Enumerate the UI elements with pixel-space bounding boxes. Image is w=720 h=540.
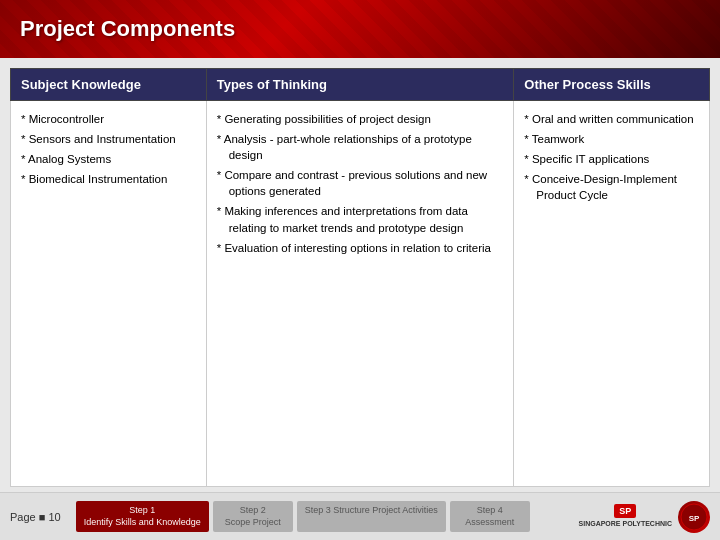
list-item: Microcontroller [21, 111, 196, 127]
page-title: Project Components [20, 16, 235, 42]
thinking-list: Generating possibilities of project desi… [217, 111, 504, 256]
list-item: Oral and written communication [524, 111, 699, 127]
step-1[interactable]: Step 1 Identify Skills and Knowledge [76, 501, 209, 532]
table-row: Microcontroller Sensors and Instrumentat… [11, 101, 710, 487]
svg-text:SP: SP [689, 514, 700, 523]
logo-area: SP SINGAPORE POLYTECHNIC SP [579, 501, 710, 533]
list-item: Sensors and Instrumentation [21, 131, 196, 147]
footer: Page ■ 10 Step 1 Identify Skills and Kno… [0, 492, 720, 540]
list-item: Generating possibilities of project desi… [217, 111, 504, 127]
list-item: Conceive-Design-Implement Product Cycle [524, 171, 699, 203]
header: Project Components [0, 0, 720, 58]
list-item: Teamwork [524, 131, 699, 147]
steps-container: Step 1 Identify Skills and Knowledge Ste… [76, 501, 569, 532]
page-number: Page ■ 10 [10, 511, 61, 523]
step-2[interactable]: Step 2 Scope Project [213, 501, 293, 532]
other-process-skills-cell: Oral and written communication Teamwork … [514, 101, 710, 487]
list-item: Analysis - part-whole relationships of a… [217, 131, 504, 163]
page-wrapper: Project Components Subject Knowledge Typ… [0, 0, 720, 540]
list-item: Evaluation of interesting options in rel… [217, 240, 504, 256]
header-other: Other Process Skills [514, 69, 710, 101]
step-3[interactable]: Step 3 Structure Project Activities [297, 501, 446, 532]
main-content: Subject Knowledge Types of Thinking Othe… [0, 58, 720, 492]
subject-list: Microcontroller Sensors and Instrumentat… [21, 111, 196, 187]
subject-knowledge-cell: Microcontroller Sensors and Instrumentat… [11, 101, 207, 487]
step-4[interactable]: Step 4 Assessment [450, 501, 530, 532]
list-item: Making inferences and interpretations fr… [217, 203, 504, 235]
list-item: Compare and contrast - previous solution… [217, 167, 504, 199]
list-item: Specific IT applications [524, 151, 699, 167]
header-subject: Subject Knowledge [11, 69, 207, 101]
logo-badge: SP [678, 501, 710, 533]
list-item: Biomedical Instrumentation [21, 171, 196, 187]
table-header-row: Subject Knowledge Types of Thinking Othe… [11, 69, 710, 101]
components-table: Subject Knowledge Types of Thinking Othe… [10, 68, 710, 487]
other-list: Oral and written communication Teamwork … [524, 111, 699, 203]
sp-logo-text: SP [614, 504, 636, 518]
header-thinking: Types of Thinking [206, 69, 514, 101]
types-of-thinking-cell: Generating possibilities of project desi… [206, 101, 514, 487]
list-item: Analog Systems [21, 151, 196, 167]
sp-name: SINGAPORE POLYTECHNIC [579, 520, 672, 528]
